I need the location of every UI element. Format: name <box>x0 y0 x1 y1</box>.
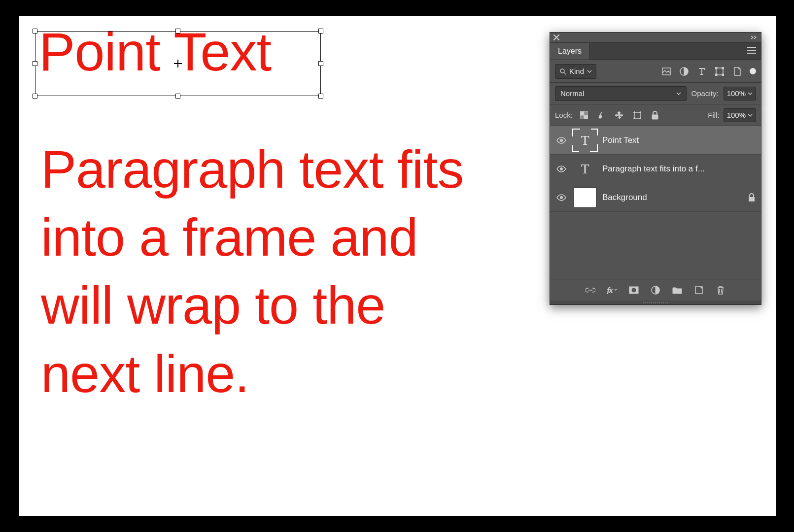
svg-rect-6 <box>715 74 717 76</box>
layer-mask-icon[interactable] <box>628 285 639 296</box>
blend-mode-dropdown[interactable]: Normal <box>555 86 687 101</box>
filter-pixel-icon[interactable] <box>661 66 672 77</box>
svg-rect-12 <box>634 112 640 118</box>
filter-kind-label: Kind <box>569 67 584 75</box>
handle-bottom-middle[interactable] <box>175 94 180 99</box>
lock-artboard-icon[interactable] <box>632 110 643 121</box>
panel-titlebar[interactable] <box>550 33 761 42</box>
document-canvas[interactable]: Point Text Paragraph text fits into a fr… <box>19 16 777 516</box>
handle-bottom-right[interactable] <box>318 94 323 99</box>
paragraph-text-layer[interactable]: Paragraph text fits into a frame and wil… <box>41 135 494 408</box>
handle-middle-right[interactable] <box>318 61 323 66</box>
point-text-layer[interactable]: Point Text <box>39 20 271 83</box>
adjustment-layer-icon[interactable] <box>650 285 661 296</box>
layer-name[interactable]: Background <box>602 193 741 202</box>
filter-type-icon[interactable] <box>696 66 707 77</box>
svg-point-15 <box>560 167 563 170</box>
link-layers-icon[interactable] <box>585 285 596 296</box>
svg-point-0 <box>560 69 564 73</box>
layer-name[interactable]: Paragraph text fits into a f... <box>602 164 756 174</box>
fill-field[interactable]: 100% <box>724 108 756 122</box>
layer-thumbnail-text: T <box>574 130 596 151</box>
filter-row: Kind <box>550 60 761 83</box>
lock-row: Lock: Fill: 100% <box>550 104 761 126</box>
opacity-label: Opacity: <box>691 89 719 98</box>
svg-rect-10 <box>584 111 588 115</box>
point-text-selection-box[interactable]: Point Text <box>35 31 321 96</box>
filter-smartobject-icon[interactable] <box>732 66 743 77</box>
panel-footer: fx <box>550 279 761 300</box>
layers-panel: Layers Kind Normal <box>550 32 761 305</box>
filter-kind-dropdown[interactable]: Kind <box>555 64 596 79</box>
lock-all-icon[interactable] <box>650 110 660 121</box>
delete-layer-icon[interactable] <box>715 285 726 296</box>
layer-name[interactable]: Point Text <box>602 135 756 145</box>
opacity-value: 100% <box>727 89 746 98</box>
visibility-eye-icon[interactable] <box>555 194 568 201</box>
svg-rect-13 <box>652 115 658 119</box>
handle-top-left[interactable] <box>33 29 37 33</box>
handle-middle-left[interactable] <box>33 61 37 66</box>
layer-style-icon[interactable]: fx <box>607 285 618 296</box>
svg-point-14 <box>560 139 563 142</box>
svg-rect-4 <box>715 67 717 69</box>
fill-label: Fill: <box>708 111 719 119</box>
panel-menu-icon[interactable] <box>747 47 756 55</box>
panel-resize-grip[interactable] <box>550 300 761 304</box>
handle-bottom-left[interactable] <box>33 94 37 99</box>
layer-row[interactable]: T Point Text <box>550 126 761 155</box>
fill-value: 100% <box>727 111 746 119</box>
new-layer-icon[interactable] <box>693 285 704 296</box>
opacity-field[interactable]: 100% <box>724 87 756 100</box>
panel-tabs: Layers <box>550 42 761 60</box>
handle-top-right[interactable] <box>318 29 323 33</box>
chevron-down-icon <box>748 91 753 96</box>
layer-thumbnail-background <box>574 187 596 208</box>
layer-row[interactable]: Background <box>550 183 761 212</box>
layers-list: T Point Text T Paragraph text fits into … <box>550 126 761 279</box>
lock-icon <box>747 193 756 202</box>
svg-point-20 <box>631 288 636 293</box>
svg-rect-7 <box>722 74 724 76</box>
svg-rect-17 <box>749 197 755 201</box>
filter-type-icons <box>661 66 756 77</box>
chevron-down-icon <box>748 113 753 118</box>
collapse-icon[interactable] <box>750 34 758 41</box>
svg-rect-8 <box>580 111 584 115</box>
layer-row[interactable]: T Paragraph text fits into a f... <box>550 155 761 183</box>
svg-rect-11 <box>580 115 584 119</box>
svg-text:fx: fx <box>607 286 613 294</box>
svg-point-16 <box>560 196 563 199</box>
chevron-down-icon <box>676 91 681 96</box>
layer-thumbnail-text: T <box>574 159 596 179</box>
group-icon[interactable] <box>672 285 683 296</box>
chevron-down-icon <box>587 69 592 74</box>
lock-transparency-icon[interactable] <box>579 110 589 121</box>
close-icon[interactable] <box>553 34 560 41</box>
lock-label: Lock: <box>555 111 573 119</box>
filter-toggle-dot[interactable] <box>750 68 756 74</box>
visibility-eye-icon[interactable] <box>555 137 568 144</box>
blend-row: Normal Opacity: 100% <box>550 83 761 104</box>
svg-rect-5 <box>722 67 724 69</box>
lock-image-icon[interactable] <box>596 110 607 121</box>
svg-rect-9 <box>584 115 588 119</box>
tab-layers[interactable]: Layers <box>550 43 590 60</box>
filter-shape-icon[interactable] <box>714 66 725 77</box>
lock-position-icon[interactable] <box>614 110 625 121</box>
search-icon <box>559 68 566 75</box>
visibility-eye-icon[interactable] <box>555 166 568 172</box>
filter-adjustment-icon[interactable] <box>679 66 690 77</box>
blend-mode-value: Normal <box>560 89 584 98</box>
